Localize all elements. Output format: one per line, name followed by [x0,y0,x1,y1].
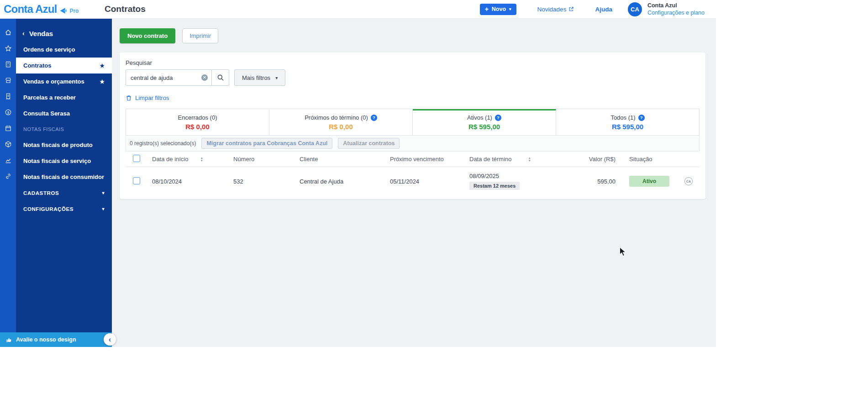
atualizar-contratos-button[interactable]: Atualizar contratos [338,138,400,149]
search-icon [217,74,224,81]
sidebar-nav: ‹ Vendas Ordens de serviço Contratos ★ V… [16,19,112,332]
calculator-icon[interactable] [5,61,12,68]
column-numero: Número [233,156,254,163]
termino-date: 08/09/2025 [469,173,499,179]
column-valor: Valor (R$) [589,156,615,163]
novo-contrato-button[interactable]: Novo contrato [120,28,175,43]
money-icon[interactable]: $ [5,109,12,116]
sidebar-item-notas-fiscais-de-consumidor[interactable]: Notas fiscais de consumidor [16,169,112,185]
column-data-de-termino: Data de término [469,156,512,163]
sidebar-item-contratos[interactable]: Contratos ★ [16,58,112,74]
account-name: Conta Azul [647,2,705,9]
logo-pro-badge: Pro [69,8,79,15]
sidebar-item-consulta-serasa[interactable]: Consulta Serasa [16,105,112,121]
thumbs-up-icon [5,336,12,343]
chevron-left-icon: ‹ [109,336,111,344]
sidebar-item-ordens-de-servico[interactable]: Ordens de serviço [16,42,112,58]
app-window: Conta Azul Pro Contratos + Novo ▾ Novida… [0,0,716,347]
status-badge: Ativo [629,176,669,187]
sidebar-item-label: Vendas e orçamentos [23,78,84,85]
sidebar-item-notas-fiscais-de-produto[interactable]: Notas fiscais de produto [16,137,112,153]
sort-icon[interactable]: ▲▼ [200,157,203,162]
ajuda-link[interactable]: Ajuda [595,6,612,13]
sidebar-back-vendas[interactable]: ‹ Vendas [16,25,112,42]
design-feedback-bar[interactable]: Avalie o nosso design [0,332,112,347]
tab-encerrados[interactable]: Encerrados (0) R$ 0,00 [126,109,269,135]
tab-proximos-do-termino[interactable]: Próximos do término (0) ? R$ 0,00 [269,109,413,135]
limpar-filtros-link[interactable]: Limpar filtros [126,94,169,101]
row-checkbox[interactable] [133,177,140,184]
column-data-de-inicio: Data de início [152,156,189,163]
tab-label: Próximos do término (0) [305,114,368,121]
sidebar-item-vendas-e-orcamentos[interactable]: Vendas e orçamentos ★ [16,74,112,89]
tab-label: Encerrados (0) [178,114,217,121]
search-input[interactable] [126,69,212,86]
account-settings-link[interactable]: Configurações e plano [647,10,705,16]
sidebar-item-label: Consulta Serasa [23,110,70,117]
search-input-wrap: ✕ [126,69,212,86]
calendar-icon[interactable] [5,125,12,132]
sidebar-item-label: Notas fiscais de serviço [23,158,91,164]
novo-button-label: Novo [492,6,506,12]
tab-ativos[interactable]: Ativos (1) ? R$ 595,00 [413,109,556,135]
sort-icon[interactable]: ▲▼ [528,157,531,162]
account-menu: Conta Azul Configurações e plano [647,2,705,16]
cell-cliente: Central de Ajuda [293,178,384,185]
table-row[interactable]: 08/10/2024 532 Central de Ajuda 05/11/20… [126,167,700,195]
clear-search-icon[interactable]: ✕ [201,74,208,81]
cell-valor: 595,00 [577,178,623,185]
chevron-down-icon: ▾ [102,206,105,211]
tab-todos[interactable]: Todos (1) ? R$ 595,00 [556,109,699,135]
chevron-down-icon: ▾ [275,75,278,80]
sidebar-item-label: Notas fiscais de produto [23,142,93,148]
sidebar-collapse-button[interactable]: ‹ [104,333,116,346]
search-label: Pesquisar [126,59,700,66]
contracts-card: Pesquisar ✕ Mais filtros ▾ Limpar filtro… [120,52,705,199]
imprimir-button[interactable]: Imprimir [182,28,218,43]
home-icon[interactable] [5,29,12,36]
help-icon[interactable]: ? [495,115,501,121]
sidebar-group-label: CONFIGURAÇÕES [23,206,74,212]
sidebar-item-parcelas-a-receber[interactable]: Parcelas a receber [16,89,112,105]
sidebar-item-label: Notas fiscais de consumidor [23,173,104,180]
novidades-link[interactable]: Novidades [537,6,574,13]
topbar-actions: + Novo ▾ Novidades Ajuda CA Conta Azul C… [480,2,716,16]
tab-value: R$ 595,00 [413,123,556,131]
receipt-icon[interactable] [5,93,12,100]
svg-text:$: $ [7,110,9,115]
chevron-left-icon: ‹ [22,30,25,37]
column-situacao: Situação [629,156,652,163]
migrar-contratos-button[interactable]: Migrar contratos para Cobranças Conta Az… [201,138,332,149]
selection-count: 0 registro(s) selecionado(s) [130,140,196,147]
sidebar-item-notas-fiscais-de-servico[interactable]: Notas fiscais de serviço [16,153,112,169]
novo-button[interactable]: + Novo ▾ [480,4,516,15]
sidebar-group-label: CADASTROS [23,190,59,196]
favorite-star-icon[interactable]: ★ [100,79,105,85]
mais-filtros-button[interactable]: Mais filtros ▾ [234,69,285,86]
help-icon[interactable]: ? [371,115,377,121]
chart-icon[interactable] [5,157,12,164]
help-icon[interactable]: ? [638,115,645,121]
plus-icon: + [485,5,489,13]
package-icon[interactable] [5,141,12,148]
avatar[interactable]: CA [628,2,642,16]
sidebar-group-configuracoes[interactable]: CONFIGURAÇÕES ▾ [16,201,112,217]
sidebar-item-label: Parcelas a receber [23,94,76,101]
select-all-checkbox[interactable] [133,155,140,162]
contaazul-logo[interactable]: Conta Azul Pro [0,4,105,15]
icon-rail: $ [0,19,16,332]
search-button[interactable] [212,69,229,86]
tab-value: R$ 595,00 [556,123,699,131]
star-icon[interactable] [5,45,12,52]
sidebar-item-label: Ordens de serviço [23,46,75,53]
favorite-star-icon[interactable]: ★ [100,63,105,69]
limpar-filtros-label: Limpar filtros [135,94,169,101]
page-title: Contratos [105,4,146,14]
chevron-down-icon: ▾ [509,7,511,11]
tab-label: Todos (1) [610,114,635,121]
trash-icon [126,94,132,101]
sidebar-group-cadastros[interactable]: CADASTROS ▾ [16,185,112,201]
design-feedback-label: Avalie o nosso design [16,336,76,343]
store-icon[interactable] [5,77,12,84]
link-icon[interactable] [5,173,12,180]
